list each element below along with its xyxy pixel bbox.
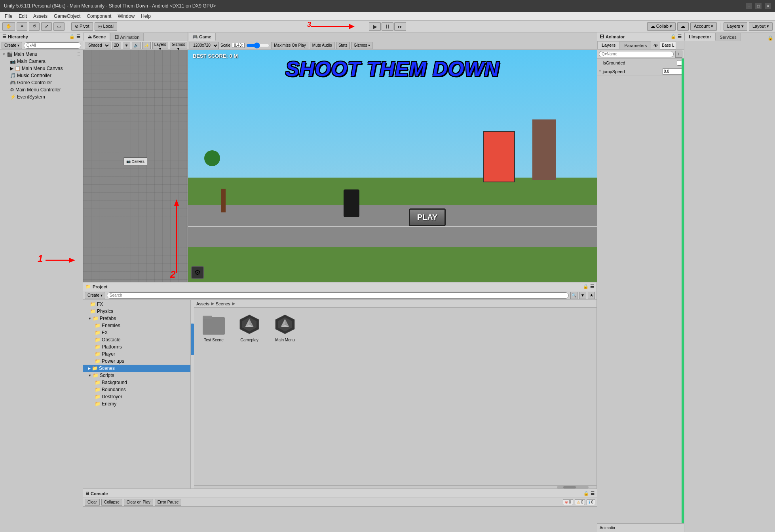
project-lock-icon[interactable]: 🔒 (583, 284, 589, 289)
menu-window[interactable]: Window (114, 12, 138, 20)
tree-powerups[interactable]: 📁 Power ups (83, 358, 190, 365)
sun-button[interactable]: ☀ (123, 42, 130, 49)
menu-assets[interactable]: Assets (30, 12, 51, 20)
hierarchy-menu-icon[interactable]: ☰ (76, 34, 80, 39)
layout-button[interactable]: Layout ▾ (749, 22, 773, 31)
tab-inspector[interactable]: ℹ Inspector (684, 33, 716, 41)
animator-search-input[interactable] (599, 51, 674, 57)
console-lock-icon[interactable]: 🔒 (583, 491, 589, 496)
gizmos-button[interactable]: Gizmos ▾ (170, 42, 187, 49)
tree-item-canvas[interactable]: ▶ 📋 Main Menu Canvas (0, 65, 83, 72)
close-button[interactable]: ✕ (765, 3, 771, 9)
tree-boundaries[interactable]: 📁 Boundaries (83, 386, 190, 393)
cloud-button[interactable]: ☁ (677, 22, 689, 31)
tab-scene[interactable]: ⛰ Scene (83, 33, 110, 41)
settings-icon[interactable]: ⚙ (191, 266, 204, 279)
step-button[interactable]: ⏭ (394, 22, 406, 31)
project-menu-icon[interactable]: ☰ (590, 284, 594, 289)
rotate-tool-button[interactable]: ↺ (29, 22, 40, 31)
mute-audio-button[interactable]: Mute Audio (310, 42, 334, 49)
audio-button[interactable]: 🔊 (132, 42, 141, 49)
animator-eye-button[interactable]: 👁 (652, 41, 660, 49)
project-filter-icon[interactable]: ▼ (579, 292, 586, 299)
breadcrumb-assets[interactable]: Assets (196, 301, 209, 306)
move-tool-button[interactable]: ✦ (17, 22, 27, 31)
tree-scenes[interactable]: ▶ 📁 Scenes (83, 365, 190, 372)
animator-tab-layers[interactable]: Layers (597, 41, 620, 49)
play-button[interactable]: ▶ (369, 22, 381, 31)
layers-scene-button[interactable]: Layers ▾ (152, 42, 168, 49)
tree-item-game-controller[interactable]: 🎮 Game Controller (0, 79, 83, 86)
tree-item-main-camera[interactable]: 📷 Main Camera (0, 58, 83, 65)
hand-tool-button[interactable]: ✋ (2, 22, 15, 31)
project-search-input[interactable] (107, 292, 569, 299)
collab-button[interactable]: ☁ Collab ▾ (647, 22, 676, 31)
tree-physics[interactable]: 📁 Physics (83, 308, 190, 315)
horizontal-scrollbar[interactable] (194, 485, 596, 488)
stats-button[interactable]: Stats (336, 42, 350, 49)
animator-menu-icon[interactable]: ☰ (678, 34, 682, 39)
tab-game[interactable]: 🎮 Game (188, 33, 216, 41)
base-layer-tab[interactable]: Base L (660, 41, 676, 49)
tree-platforms[interactable]: 📁 Platforms (83, 343, 190, 350)
scale-slider[interactable] (246, 43, 270, 48)
tree-fx2[interactable]: 📁 FX (83, 329, 190, 336)
console-collapse-button[interactable]: Collapse (101, 499, 122, 506)
animator-add-button[interactable]: + (675, 51, 682, 58)
hierarchy-lock-icon[interactable]: 🔒 (69, 34, 75, 39)
account-button[interactable]: Account ▾ (690, 22, 717, 31)
breadcrumb-scenes[interactable]: Scenes (216, 301, 230, 306)
tree-obstacle[interactable]: 📁 Obstacle (83, 336, 190, 343)
gizmos-game-button[interactable]: Gizmos ▾ (351, 42, 373, 49)
effects-button[interactable]: ✨ (142, 42, 151, 49)
tree-item-root[interactable]: ▼ 🎬 Main Menu ☰ (0, 51, 83, 58)
2d-button[interactable]: 2D (112, 42, 121, 49)
maximize-button[interactable]: □ (755, 3, 762, 9)
tree-item-music[interactable]: 🎵 Music Controller (0, 72, 83, 79)
console-clear-button[interactable]: Clear (85, 499, 100, 506)
scene-camera-object[interactable]: 📷 Camera (123, 157, 147, 165)
jump-speed-input[interactable] (663, 68, 682, 75)
project-create-button[interactable]: Create ▾ (85, 292, 105, 299)
tree-enemy[interactable]: 📁 Enemy (83, 400, 190, 407)
play-game-button[interactable]: PLAY (409, 208, 446, 226)
hierarchy-create-button[interactable]: Create ▾ (2, 42, 22, 49)
tab-services[interactable]: Services (716, 33, 741, 41)
console-error-pause-button[interactable]: Error Pause (155, 499, 181, 506)
shading-dropdown[interactable]: Shaded (85, 42, 110, 49)
tree-prefabs[interactable]: ▼ 📁 Prefabs (83, 315, 190, 322)
local-button[interactable]: ◎ Local (95, 22, 117, 31)
console-clear-on-play-button[interactable]: Clear on Play (124, 499, 153, 506)
tree-background[interactable]: 📁 Background (83, 379, 190, 386)
hierarchy-search-input[interactable] (24, 42, 81, 49)
project-search-icon[interactable]: 🔍 (570, 292, 577, 299)
layers-button[interactable]: Layers ▾ (724, 22, 747, 31)
menu-gameobject[interactable]: GameObject (51, 12, 84, 20)
tree-scripts[interactable]: ▼ 📁 Scripts (83, 372, 190, 379)
minimize-button[interactable]: − (746, 3, 752, 9)
console-menu-icon[interactable]: ☰ (591, 491, 595, 496)
animator-lock-icon[interactable]: 🔒 (671, 34, 676, 39)
tree-fx[interactable]: 📁 FX (83, 301, 190, 308)
asset-test-scene[interactable]: Test Scene (198, 312, 230, 342)
project-star-icon[interactable]: ★ (588, 292, 595, 299)
rect-tool-button[interactable]: ▭ (53, 22, 65, 31)
asset-main-menu[interactable]: Main Menu (269, 312, 301, 342)
tree-player[interactable]: 📁 Player (83, 350, 190, 358)
scale-tool-button[interactable]: ⤢ (41, 22, 52, 31)
project-scrollbar[interactable] (191, 300, 194, 488)
tree-destroyer[interactable]: 📁 Destroyer (83, 393, 190, 400)
inspector-lock-icon[interactable]: 🔒 (766, 35, 775, 41)
tree-item-eventsystem[interactable]: ⚡ EventSystem (0, 93, 83, 100)
asset-gameplay[interactable]: Gameplay (234, 312, 265, 342)
resolution-dropdown[interactable]: 1280x720 (190, 42, 219, 49)
hierarchy-options-icon[interactable]: ☰ (77, 52, 80, 56)
maximize-on-play-button[interactable]: Maximize On Play (272, 42, 308, 49)
tree-item-main-menu-ctrl[interactable]: ⚙ Main Menu Controller (0, 86, 83, 93)
pause-button[interactable]: ⏸ (382, 22, 393, 31)
menu-edit[interactable]: Edit (15, 12, 30, 20)
tab-animation[interactable]: 🎞 Animation (110, 33, 144, 41)
menu-component[interactable]: Component (84, 12, 114, 20)
animator-tab-parameters[interactable]: Parameters (620, 41, 651, 49)
tree-enemies[interactable]: 📁 Enemies (83, 322, 190, 329)
